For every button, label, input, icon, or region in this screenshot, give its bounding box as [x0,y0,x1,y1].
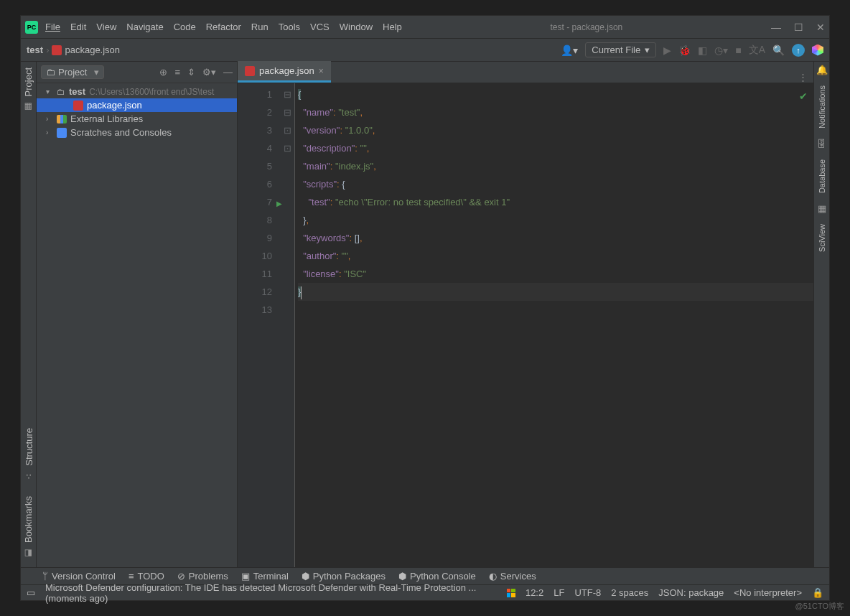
event-log-icon[interactable]: ▭ [27,587,35,598]
hide-icon[interactable]: — [223,67,233,78]
breadcrumb-file[interactable]: package.json [65,45,120,55]
arrow-right-icon[interactable]: › [46,115,53,123]
check-icon[interactable]: ✔ [799,88,808,106]
maximize-icon[interactable]: ☐ [794,22,803,33]
status-message[interactable]: Microsoft Defender configuration: The ID… [45,582,497,604]
tool-structure-tab[interactable]: ⛬Structure [20,422,37,490]
menu-file[interactable]: File [45,22,60,32]
tab-options-icon[interactable]: ⋮ [793,72,813,83]
stop-icon[interactable]: ■ [735,45,741,56]
expand-all-icon[interactable]: ≡ [174,67,180,78]
branch-icon: ᛘ [42,571,48,582]
menu-vcs[interactable]: VCS [310,22,330,32]
menu-refactor[interactable]: Refactor [206,22,241,32]
tool-notifications-tab[interactable]: Notifications [816,83,828,131]
window-controls: ― ☐ ✕ [771,22,825,33]
arrow-right-icon[interactable]: › [46,129,53,136]
fold-end-icon[interactable]: ⊡ [281,121,294,139]
project-tree[interactable]: ▾ 🗀 test C:\Users\13600\front end\JS\tes… [37,83,237,567]
npm-icon [73,101,83,111]
tree-scratches[interactable]: › Scratches and Consoles [37,126,237,139]
profile-icon[interactable]: ◷▾ [714,45,728,56]
tool-services[interactable]: ◐Services [489,571,536,582]
fold-icon[interactable]: ⊟ [281,85,294,103]
debug-icon[interactable]: 🐞 [678,45,691,56]
libraries-icon [57,115,67,123]
arrow-down-icon[interactable]: ▾ [46,88,53,95]
ide-window: PC File Edit View Navigate Code Refactor… [20,15,830,601]
tool-terminal[interactable]: ▣Terminal [241,571,289,582]
menu-tools[interactable]: Tools [279,22,300,32]
locate-icon[interactable]: ⊕ [159,67,167,78]
menu-help[interactable]: Help [383,22,402,32]
tool-version-control[interactable]: ᛘVersion Control [42,571,116,582]
menu-navigate[interactable]: Navigate [126,22,163,32]
menu-edit[interactable]: Edit [70,22,86,32]
minimize-icon[interactable]: ― [771,22,781,33]
menu-window[interactable]: Window [340,22,373,32]
chevron-right-icon: › [46,45,49,55]
npm-icon [52,45,62,55]
close-icon[interactable]: ✕ [816,22,825,33]
close-tab-icon[interactable]: × [319,66,324,76]
collapse-all-icon[interactable]: ⇕ [187,67,195,78]
indent-setting[interactable]: 2 spaces [611,587,648,598]
fold-end-icon[interactable]: ⊡ [281,139,294,157]
chevron-down-icon: ▾ [645,45,650,55]
coverage-icon[interactable]: ◧ [698,45,707,56]
bell-icon[interactable]: 🔔 [816,65,828,75]
tool-python-console[interactable]: ⬢Python Console [398,571,476,582]
tree-external-libraries[interactable]: › External Libraries [37,112,237,126]
file-encoding[interactable]: UTF-8 [574,587,601,598]
scratches-icon [57,128,67,138]
project-icon: 🗀 [46,67,55,78]
breadcrumb[interactable]: test › package.json [27,45,556,55]
sciview-icon: ▦ [818,203,826,214]
navbar: test › package.json 👤▾ Current File▾ ▶ 🐞… [21,39,829,62]
run-config-selector[interactable]: Current File▾ [585,42,656,57]
menu-run[interactable]: Run [251,22,268,32]
tool-problems[interactable]: ⊘Problems [177,571,228,582]
run-icon[interactable]: ▶ [663,45,671,56]
statusbar: ▭ Microsoft Defender configuration: The … [21,584,829,600]
main-menu: File Edit View Navigate Code Refactor Ru… [45,22,402,32]
chevron-down-icon: ▾ [94,67,99,78]
json-schema[interactable]: JSON: package [658,587,724,598]
tool-database-tab[interactable]: Database [816,157,828,196]
editor-tabbar: package.json × ⋮ [238,62,813,83]
tool-python-packages[interactable]: ⬢Python Packages [302,571,386,582]
translate-icon[interactable]: 文A [749,44,765,57]
menu-code[interactable]: Code [174,22,196,32]
tool-sciview-tab[interactable]: SciView [816,221,828,255]
run-gutter-icon[interactable]: ▶ [276,195,282,213]
project-view-selector[interactable]: 🗀 Project ▾ [41,65,104,79]
search-icon[interactable]: 🔍 [772,45,785,56]
editor-area: package.json × ⋮ 123456 7▶ 8910111213 ⊟ … [238,62,813,567]
menu-view[interactable]: View [96,22,116,32]
right-tool-gutter: 🔔 Notifications 🗄 Database ▦ SciView [813,62,829,567]
ide-services-icon[interactable] [812,45,823,56]
tool-bookmarks-tab[interactable]: ◧Bookmarks [20,490,37,567]
window-title: test - package.json [402,22,771,32]
tool-project-tab[interactable]: ▦Project [20,62,37,121]
database-icon: 🗄 [817,139,826,149]
tree-file-packagejson[interactable]: package.json [37,98,237,112]
settings-icon[interactable]: ⚙▾ [202,67,216,78]
user-icon[interactable]: 👤▾ [561,45,578,56]
cursor-position[interactable]: 12:2 [526,587,543,598]
update-icon[interactable]: ↑ [792,44,805,57]
code-editor[interactable]: 123456 7▶ 8910111213 ⊟ ⊟ ⊡ ⊡ { "name": "… [238,83,813,567]
tree-root[interactable]: ▾ 🗀 test C:\Users\13600\front end\JS\tes… [37,85,237,98]
fold-icon[interactable]: ⊟ [281,103,294,121]
fold-gutter[interactable]: ⊟ ⊟ ⊡ ⊡ [281,83,295,567]
line-separator[interactable]: LF [554,587,564,598]
code-content[interactable]: { "name": "test", "version": "1.0.0", "d… [295,83,813,567]
breadcrumb-root[interactable]: test [27,45,43,55]
problems-icon: ⊘ [177,571,185,582]
lock-icon[interactable]: 🔒 [812,587,823,598]
tool-todo[interactable]: ≡TODO [129,571,164,582]
project-header: 🗀 Project ▾ ⊕ ≡ ⇕ ⚙▾ — [37,62,237,83]
folder-icon: 🗀 [57,87,65,97]
editor-tab-packagejson[interactable]: package.json × [238,61,331,83]
interpreter[interactable]: <No interpreter> [734,587,802,598]
